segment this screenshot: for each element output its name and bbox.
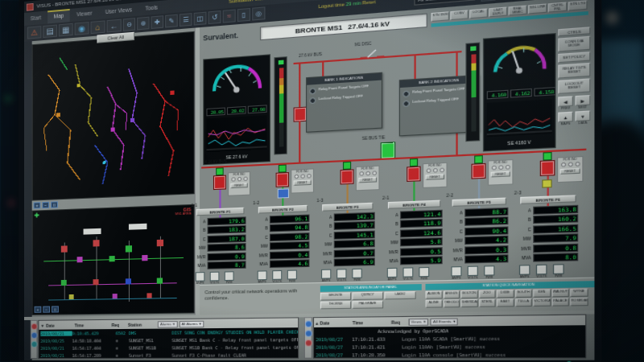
back-icon[interactable]: ← — [107, 19, 122, 33]
header-button-cntrl-pnl[interactable]: CNTRL PNL — [548, 2, 568, 12]
station-button-dixie[interactable]: DIXIE — [497, 290, 514, 298]
control-button-conn-dia-mode[interactable]: CONN DIA MODE — [558, 36, 590, 52]
doc-button-amps[interactable]: AMPS — [257, 270, 268, 283]
measurement-value[interactable]: 5.8 — [400, 237, 443, 246]
map-zoom-out-button[interactable]: − — [42, 202, 49, 208]
feeder-name-button[interactable]: BRONTE F3 — [322, 203, 373, 212]
doc-button-pwr[interactable]: PWR — [287, 270, 298, 283]
event-row[interactable]: 2019/08/2717:10:28.350Login 110A console… — [314, 350, 585, 359]
header-button-stn-svm[interactable]: STN SVM — [431, 11, 449, 22]
station-button-angus[interactable]: ANGUS — [443, 290, 460, 298]
measurement-value[interactable]: 142.3 — [334, 212, 375, 221]
station-button-quincy[interactable]: QUINCY — [352, 292, 383, 300]
doc-button-pwr[interactable]: PWR — [351, 269, 363, 282]
doc-button-amps[interactable]: AMPS — [195, 272, 206, 285]
measurement-value[interactable]: 0.7 — [334, 249, 375, 257]
sort-icon[interactable]: ▴ — [316, 320, 318, 325]
col-date[interactable]: Date — [46, 323, 72, 327]
feeder-name-button[interactable]: BRONTE F1 — [196, 208, 245, 216]
measurement-value[interactable]: 187.0 — [208, 234, 246, 243]
station-button-bronte[interactable]: BRONTE — [320, 292, 351, 300]
measurement-value[interactable]: 124.6 — [400, 228, 443, 238]
feeder-breaker[interactable] — [213, 175, 226, 191]
tag-icon[interactable]: ◫ — [194, 12, 207, 26]
scroll-lock-button[interactable] — [304, 320, 312, 327]
measurement-value[interactable]: 0.3 — [464, 245, 508, 254]
col-date[interactable]: Date — [320, 319, 350, 325]
event-filter-dropdown[interactable]: All Events▾ — [430, 318, 458, 325]
measurement-value[interactable]: 0.9 — [208, 252, 246, 261]
measurement-value[interactable]: 8.6 — [208, 243, 246, 252]
measurement-value[interactable]: 94.8 — [270, 224, 310, 232]
measurement-value[interactable]: 163.8 — [533, 204, 578, 214]
measurement-value[interactable]: 88.7 — [464, 208, 508, 217]
measurement-value[interactable]: 118.9 — [400, 219, 443, 228]
station-button-east[interactable]: EAST — [497, 298, 514, 306]
measurement-value[interactable]: 90.4 — [464, 226, 508, 236]
zoom-in-icon[interactable]: ⊕ — [137, 17, 149, 31]
col-time[interactable]: Time — [75, 322, 110, 327]
header-button-real-mimic[interactable]: REAL MIMIC — [508, 5, 526, 15]
station-button-rosedale[interactable]: ROSEDALE — [570, 298, 588, 306]
event-type-dropdown[interactable]: Views▾ — [408, 318, 428, 325]
home-icon[interactable]: ⌂ — [91, 20, 105, 34]
feeder-name-button[interactable]: BRONTE F4 — [388, 200, 440, 209]
clear-log-button[interactable] — [304, 339, 312, 347]
station-button-zoo[interactable]: ZOO — [478, 290, 495, 298]
alarm-row[interactable]: 2019/08/2116:54:17.289⊕Sunset_F3Sunset_F… — [39, 351, 298, 359]
map-extents-button[interactable]: □ — [52, 306, 59, 312]
measurement-value[interactable]: 98.2 — [270, 232, 310, 241]
col-req[interactable]: Req — [391, 319, 407, 325]
feeder-breaker[interactable] — [276, 172, 289, 187]
control-button-set-policy[interactable]: SET POLICY — [558, 51, 590, 64]
bank1-breaker-closed[interactable] — [294, 107, 308, 122]
reset-button[interactable]: RESET — [294, 179, 312, 185]
measurement-value[interactable]: 4.3 — [464, 255, 508, 264]
doc-button-volts[interactable]: VOLTS — [271, 270, 283, 283]
measurement-value[interactable]: 160.2 — [533, 214, 578, 224]
measurement-value[interactable]: 8.7 — [208, 261, 246, 270]
disconnect-switch-icon[interactable] — [361, 47, 385, 60]
tile-view-icon[interactable]: ▦ — [59, 23, 73, 37]
doc-button-volts[interactable]: VOLTS — [402, 267, 414, 281]
measurement-value[interactable]: 0.5 — [400, 247, 443, 256]
feeder-breaker[interactable] — [540, 160, 555, 176]
alarm-filter-dropdown[interactable]: All Alarms▾ — [179, 320, 204, 327]
station-button-wyne[interactable]: WYNE — [570, 288, 588, 297]
feeder-breaker[interactable] — [407, 167, 421, 182]
header-button-sgl-line[interactable]: SGL LINE — [528, 3, 547, 14]
data-icon[interactable]: ▼ — [575, 110, 590, 121]
doc-button-amps[interactable]: AMPS — [386, 268, 398, 282]
measurement-value[interactable]: 145.1 — [334, 230, 375, 239]
station-button-sheridan[interactable]: SHERIDAN — [460, 299, 477, 307]
measurement-value[interactable]: 5.9 — [400, 257, 443, 265]
map-zoom-in-button[interactable]: + — [34, 202, 41, 208]
doc-button-volts[interactable]: VOLTS — [336, 269, 348, 282]
bus-tie-breaker-closed[interactable] — [381, 142, 395, 159]
header-button-stn-ltg[interactable]: STN LTG — [568, 0, 588, 10]
pan-crosshair-icon[interactable]: ✚ — [35, 212, 40, 219]
measurement-value[interactable]: 8.0 — [533, 253, 578, 262]
alarm-type-dropdown[interactable]: Alarms▾ — [158, 321, 177, 328]
station-button-thorne[interactable]: THORNE — [320, 301, 351, 309]
doc-button-volts[interactable]: VOLTS — [466, 266, 479, 280]
feeder-breaker[interactable] — [341, 169, 354, 184]
measurement-value[interactable]: 96.1 — [270, 214, 310, 223]
measurement-value[interactable]: 6.9 — [334, 258, 375, 267]
measurement-value[interactable]: 139.7 — [334, 221, 375, 230]
header-button-local[interactable]: LOCAL — [469, 8, 488, 19]
control-button-relay-tgts-reset[interactable]: RELAY TGTS RESET — [558, 63, 590, 78]
doc-button-pwr[interactable]: PWR — [224, 271, 235, 284]
doc-button-amps[interactable]: AMPS — [518, 265, 531, 278]
measurement-value[interactable]: 4.5 — [270, 241, 310, 250]
map-extents-button[interactable]: □ — [51, 201, 58, 208]
maps-icon[interactable]: ▲ — [558, 111, 573, 122]
world-view-icon[interactable]: ◉ — [75, 22, 89, 35]
measurement-value[interactable]: 4.6 — [270, 260, 310, 269]
station-button-ken[interactable]: KEN — [533, 289, 551, 298]
silence-alarm-button[interactable] — [31, 332, 37, 339]
doc-button-pwr[interactable]: PWR — [552, 264, 565, 278]
next-icon[interactable]: ▶ — [575, 94, 590, 105]
reset-button[interactable]: RESET — [358, 177, 377, 183]
sort-icon[interactable]: ▼ — [40, 323, 44, 327]
